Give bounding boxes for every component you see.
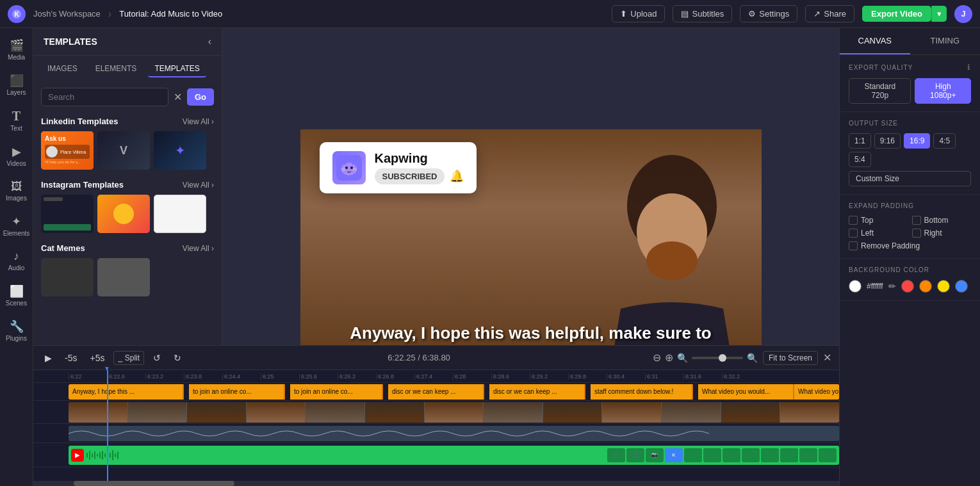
bg-color-red-swatch[interactable] xyxy=(901,280,914,293)
padding-right[interactable]: Right xyxy=(912,229,972,238)
zoom-out-icon[interactable]: ⊖ xyxy=(653,352,661,364)
tab-elements[interactable]: ELEMENTS xyxy=(89,61,143,77)
subtitle-segment[interactable]: to join an online co... xyxy=(290,384,383,400)
play-button[interactable]: ▶ xyxy=(41,351,56,365)
right-panel: CANVAS TIMING EXPORT QUALITY ℹ Standard … xyxy=(839,28,980,486)
split-button[interactable]: ⎯ Split xyxy=(113,351,144,365)
quality-high-button[interactable]: High 1080p+ xyxy=(915,78,971,104)
export-quality-info-icon[interactable]: ℹ xyxy=(967,63,971,72)
size-9-16-button[interactable]: 9:16 xyxy=(874,133,901,149)
subtitle-segment[interactable] xyxy=(484,384,489,400)
export-dropdown-button[interactable]: ▾ xyxy=(931,6,947,22)
video-track-content[interactable] xyxy=(69,402,839,423)
search-input[interactable] xyxy=(41,88,168,106)
subtitle-segment[interactable] xyxy=(585,384,591,400)
subtitle-segment[interactable] xyxy=(285,384,290,400)
upload-button[interactable]: ⬆ Upload xyxy=(612,5,665,22)
clear-search-icon[interactable]: ✕ xyxy=(174,91,182,103)
tab-images[interactable]: IMAGES xyxy=(41,61,84,77)
bg-color-yellow-swatch[interactable] xyxy=(937,280,950,293)
search-go-button[interactable]: Go xyxy=(187,88,214,106)
subtitle-segment[interactable]: disc or we can keep ... xyxy=(489,384,585,400)
subtitles-button[interactable]: ▤ Subtitles xyxy=(673,5,732,22)
minus-5s-button[interactable]: -5s xyxy=(61,351,81,365)
sidebar-item-scenes[interactable]: ⬜ Scenes xyxy=(2,279,31,312)
padding-top-checkbox[interactable] xyxy=(849,216,858,225)
tab-timing[interactable]: TIMING xyxy=(910,28,981,54)
tab-canvas[interactable]: CANVAS xyxy=(840,28,910,54)
sidebar-item-plugins[interactable]: 🔧 Plugins xyxy=(2,314,31,347)
subtitle-segment[interactable]: What video yo xyxy=(794,384,839,400)
svg-rect-19 xyxy=(89,451,90,460)
remove-padding-checkbox[interactable] xyxy=(849,241,858,250)
bg-color-white-swatch[interactable] xyxy=(849,280,862,293)
template-thumb[interactable] xyxy=(97,195,150,233)
video-track-row xyxy=(33,401,839,424)
bg-color-blue-swatch[interactable] xyxy=(955,280,968,293)
template-thumb[interactable]: ✦ xyxy=(154,131,206,170)
plus-5s-button[interactable]: +5s xyxy=(86,351,108,365)
linkedin-view-all[interactable]: View All › xyxy=(183,117,214,126)
padding-right-checkbox[interactable] xyxy=(912,229,921,238)
subtitle-segment[interactable] xyxy=(184,384,189,400)
template-thumb[interactable] xyxy=(154,195,206,233)
cat-memes-view-all[interactable]: View All › xyxy=(183,244,214,253)
close-timeline-button[interactable]: ✕ xyxy=(823,352,831,364)
settings-button[interactable]: ⚙ Settings xyxy=(740,5,797,22)
padding-left[interactable]: Left xyxy=(849,229,908,238)
subtitle-segment[interactable]: What video you would... xyxy=(698,384,794,400)
template-thumb[interactable] xyxy=(41,258,94,296)
sidebar-item-videos[interactable]: ▶ Videos xyxy=(2,140,31,172)
subtitle-segment[interactable] xyxy=(383,384,388,400)
tab-templates[interactable]: TEMPLATES xyxy=(148,61,206,77)
color-picker-icon[interactable]: ✏ xyxy=(888,281,896,291)
sidebar-item-elements[interactable]: ✦ Elements xyxy=(2,209,31,242)
zoom-slider[interactable] xyxy=(692,357,743,359)
padding-top[interactable]: Top xyxy=(849,216,908,225)
sidebar-item-layers[interactable]: ⬛ Layers xyxy=(2,69,31,101)
padding-left-checkbox[interactable] xyxy=(849,229,858,238)
export-quality-section: EXPORT QUALITY ℹ Standard 720p High 1080… xyxy=(840,55,980,112)
subtitle-segment[interactable] xyxy=(693,384,698,400)
playhead[interactable] xyxy=(107,370,108,486)
sidebar-item-text[interactable]: T Text xyxy=(2,104,31,137)
zoom-in-icon[interactable]: ⊕ xyxy=(665,352,673,364)
zoom-icon-right: 🔍 xyxy=(747,353,758,363)
subtitle-segment[interactable]: to join an online co... xyxy=(189,384,285,400)
subtitle-segment[interactable]: staff comment down below.! xyxy=(591,384,693,400)
redo-button[interactable]: ↻ xyxy=(170,351,185,365)
yt-channel-name: Kapwing xyxy=(375,151,464,166)
quality-standard-button[interactable]: Standard 720p xyxy=(849,78,911,104)
instagram-view-all[interactable]: View All › xyxy=(183,181,214,190)
template-thumb[interactable]: Ask us Place Villena I'll help you do fo… xyxy=(41,131,94,170)
padding-bottom[interactable]: Bottom xyxy=(912,216,972,225)
subtitle-segment[interactable]: disc or we can keep ... xyxy=(388,384,484,400)
panel-close-button[interactable]: ‹ xyxy=(208,36,211,47)
sidebar-item-media[interactable]: 🎬 Media xyxy=(2,33,31,66)
cat-memes-section-title: Cat Memes xyxy=(41,243,85,253)
bg-color-orange-swatch[interactable] xyxy=(919,280,932,293)
remove-padding-button[interactable]: Remove Padding xyxy=(849,241,971,250)
export-button[interactable]: Export Video xyxy=(862,6,931,22)
undo-button[interactable]: ↺ xyxy=(149,351,165,365)
subtitle-segment[interactable]: Anyway, I hope this ... xyxy=(69,384,184,400)
size-5-4-button[interactable]: 5:4 xyxy=(849,152,871,167)
share-button[interactable]: ↗ Share xyxy=(805,5,854,22)
template-thumb[interactable] xyxy=(97,258,150,296)
workspace-link[interactable]: Josh's Workspace xyxy=(33,9,101,19)
sidebar-item-images[interactable]: 🖼 Images xyxy=(2,175,31,207)
fit-screen-button[interactable]: Fit to Screen xyxy=(763,351,818,365)
padding-bottom-checkbox[interactable] xyxy=(912,216,921,225)
template-thumb[interactable]: V xyxy=(97,131,150,170)
size-1-1-button[interactable]: 1:1 xyxy=(849,133,871,149)
template-thumb[interactable] xyxy=(41,195,94,233)
music-track-content[interactable]: ▶ xyxy=(69,446,839,465)
size-16-9-button[interactable]: 16:9 xyxy=(904,133,930,149)
yt-subscribe-button[interactable]: SUBSCRIBED xyxy=(375,168,445,184)
size-4-5-button[interactable]: 4:5 xyxy=(933,133,956,149)
timeline-scrollbar[interactable] xyxy=(33,481,839,486)
sidebar-item-audio[interactable]: ♪ Audio xyxy=(2,245,31,277)
ruler-mark: 6:25.6 xyxy=(299,373,338,380)
yt-bell-icon[interactable]: 🔔 xyxy=(450,169,464,183)
custom-size-button[interactable]: Custom Size xyxy=(849,171,971,186)
